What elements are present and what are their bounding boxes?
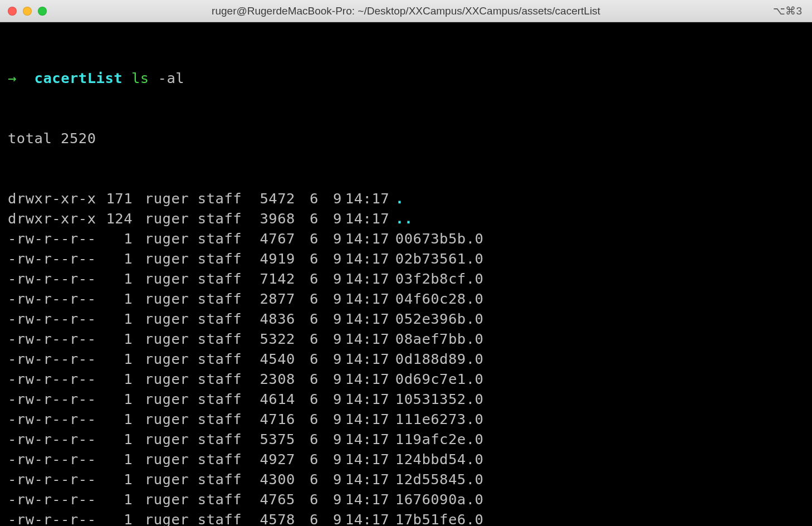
file-links: 1 xyxy=(102,469,136,489)
file-size: 3968 xyxy=(253,208,295,228)
file-links: 1 xyxy=(102,449,136,469)
file-row: -rw-r--r--1 rugerstaff43006914:1712d5584… xyxy=(8,469,804,489)
file-links: 1 xyxy=(102,409,136,429)
file-owner: ruger xyxy=(145,449,198,469)
file-perm: -rw-r--r-- xyxy=(8,469,102,489)
file-time: 14:17 xyxy=(342,309,392,329)
file-name: 0d69c7e1.0 xyxy=(392,369,484,389)
file-time: 14:17 xyxy=(342,188,392,208)
file-day: 9 xyxy=(319,309,342,329)
file-time: 14:17 xyxy=(342,208,392,228)
file-time: 14:17 xyxy=(342,228,392,249)
file-size: 4540 xyxy=(253,349,295,369)
file-size: 4767 xyxy=(253,228,295,249)
file-links: 1 xyxy=(102,429,136,449)
file-links: 1 xyxy=(102,228,136,249)
file-links: 1 xyxy=(102,389,136,409)
traffic-lights xyxy=(8,7,47,16)
file-size: 5322 xyxy=(253,329,295,349)
file-time: 14:17 xyxy=(342,389,392,409)
file-owner: ruger xyxy=(145,509,198,526)
file-links: 1 xyxy=(102,509,136,526)
file-time: 14:17 xyxy=(342,469,392,489)
file-links: 1 xyxy=(102,489,136,509)
file-mon: 6 xyxy=(295,449,319,469)
file-size: 5375 xyxy=(253,429,295,449)
file-row: -rw-r--r--1 rugerstaff47166914:17111e627… xyxy=(8,409,804,429)
file-size: 5472 xyxy=(253,188,295,208)
file-row: -rw-r--r--1 rugerstaff45786914:1717b51fe… xyxy=(8,509,804,526)
zoom-icon[interactable] xyxy=(38,7,47,16)
file-row: -rw-r--r--1 rugerstaff48366914:17052e396… xyxy=(8,309,804,329)
file-perm: -rw-r--r-- xyxy=(8,249,102,269)
file-name: .. xyxy=(392,208,413,228)
file-mon: 6 xyxy=(295,329,319,349)
file-perm: drwxr-xr-x xyxy=(8,208,102,228)
file-name: 08aef7bb.0 xyxy=(392,329,484,349)
file-group: staff xyxy=(198,228,253,249)
terminal-viewport[interactable]: → cacertList ls -al total 2520 drwxr-xr-… xyxy=(0,22,812,526)
file-size: 4578 xyxy=(253,509,295,526)
file-links: 1 xyxy=(102,329,136,349)
window-shortcut: ⌥⌘3 xyxy=(773,4,802,17)
prompt-args: -al xyxy=(158,70,185,86)
file-name: 1676090a.0 xyxy=(392,489,484,509)
file-size: 4716 xyxy=(253,409,295,429)
file-owner: ruger xyxy=(145,349,198,369)
file-group: staff xyxy=(198,208,253,228)
total-line: total 2520 xyxy=(8,128,804,148)
file-day: 9 xyxy=(319,188,342,208)
file-time: 14:17 xyxy=(342,249,392,269)
file-size: 4927 xyxy=(253,449,295,469)
file-size: 4765 xyxy=(253,489,295,509)
window-title: ruger@RugerdeMacBook-Pro: ~/Desktop/XXCa… xyxy=(0,5,812,17)
file-day: 9 xyxy=(319,228,342,249)
file-group: staff xyxy=(198,429,253,449)
file-mon: 6 xyxy=(295,389,319,409)
file-group: staff xyxy=(198,349,253,369)
file-name: 119afc2e.0 xyxy=(392,429,484,449)
file-name: . xyxy=(392,188,404,208)
file-perm: -rw-r--r-- xyxy=(8,228,102,249)
file-size: 4919 xyxy=(253,249,295,269)
file-group: staff xyxy=(198,469,253,489)
file-perm: -rw-r--r-- xyxy=(8,289,102,309)
file-day: 9 xyxy=(319,289,342,309)
minimize-icon[interactable] xyxy=(23,7,32,16)
file-name: 10531352.0 xyxy=(392,389,484,409)
file-time: 14:17 xyxy=(342,489,392,509)
file-mon: 6 xyxy=(295,409,319,429)
file-size: 2877 xyxy=(253,289,295,309)
file-group: staff xyxy=(198,369,253,389)
file-day: 9 xyxy=(319,449,342,469)
file-name: 124bbd54.0 xyxy=(392,449,484,469)
file-group: staff xyxy=(198,289,253,309)
file-row: -rw-r--r--1 rugerstaff23086914:170d69c7e… xyxy=(8,369,804,389)
file-time: 14:17 xyxy=(342,509,392,526)
close-icon[interactable] xyxy=(8,7,17,16)
file-name: 111e6273.0 xyxy=(392,409,484,429)
file-owner: ruger xyxy=(145,489,198,509)
file-day: 9 xyxy=(319,269,342,289)
file-owner: ruger xyxy=(145,369,198,389)
file-row: -rw-r--r--1 rugerstaff46146914:171053135… xyxy=(8,389,804,409)
file-owner: ruger xyxy=(145,329,198,349)
file-group: staff xyxy=(198,188,253,208)
file-links: 1 xyxy=(102,349,136,369)
file-perm: -rw-r--r-- xyxy=(8,389,102,409)
file-perm: -rw-r--r-- xyxy=(8,309,102,329)
file-mon: 6 xyxy=(295,469,319,489)
file-time: 14:17 xyxy=(342,269,392,289)
file-owner: ruger xyxy=(145,208,198,228)
file-time: 14:17 xyxy=(342,449,392,469)
file-name: 12d55845.0 xyxy=(392,469,484,489)
file-time: 14:17 xyxy=(342,289,392,309)
file-day: 9 xyxy=(319,489,342,509)
file-group: staff xyxy=(198,409,253,429)
file-time: 14:17 xyxy=(342,409,392,429)
file-size: 2308 xyxy=(253,369,295,389)
file-group: staff xyxy=(198,489,253,509)
window-titlebar: ruger@RugerdeMacBook-Pro: ~/Desktop/XXCa… xyxy=(0,0,812,22)
file-owner: ruger xyxy=(145,469,198,489)
prompt-line: → cacertList ls -al xyxy=(8,68,804,88)
